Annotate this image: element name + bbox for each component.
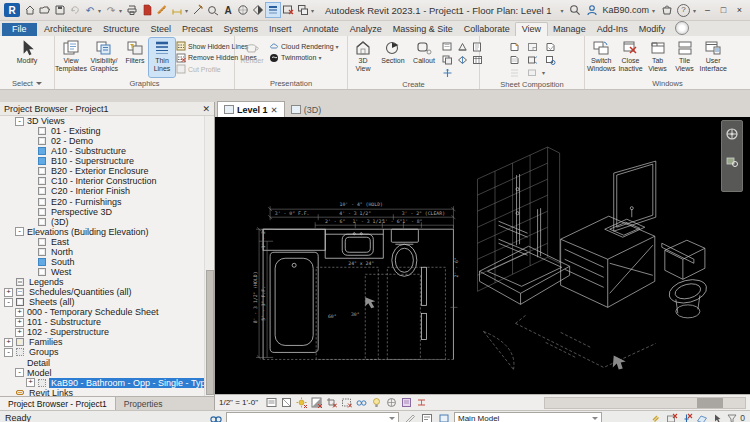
cloud-rendering-button[interactable]: Cloud Rendering▾ bbox=[269, 41, 341, 51]
user-icon[interactable] bbox=[585, 3, 599, 17]
sheet-icon[interactable] bbox=[505, 40, 523, 53]
tree-item[interactable]: 01 - Existing bbox=[0, 126, 214, 136]
matchline-icon[interactable] bbox=[505, 66, 523, 79]
scope-box-icon[interactable] bbox=[440, 66, 455, 79]
tree-item[interactable]: C10 - Interior Construction bbox=[0, 176, 214, 186]
shadows-icon[interactable] bbox=[310, 397, 322, 409]
ribbon-tab-systems[interactable]: Systems bbox=[218, 23, 264, 36]
sync-icon[interactable] bbox=[68, 3, 82, 17]
tree-item[interactable]: East bbox=[0, 237, 214, 247]
filter-icon[interactable] bbox=[725, 412, 738, 422]
viewport-icon[interactable] bbox=[523, 53, 541, 66]
section-icon[interactable] bbox=[251, 3, 265, 17]
tree-item[interactable]: 02 - Demo bbox=[0, 136, 214, 146]
default-3d-view-icon[interactable] bbox=[236, 3, 250, 17]
sheet-composition-more-icon[interactable]: ▾ bbox=[541, 66, 546, 79]
design-option-dropdown[interactable]: Main Model bbox=[454, 412, 602, 422]
editable-only-icon[interactable] bbox=[403, 412, 416, 422]
ribbon-tab-annotate[interactable]: Annotate bbox=[297, 23, 344, 36]
design-options-icon[interactable] bbox=[420, 412, 433, 422]
home-icon[interactable] bbox=[23, 3, 37, 17]
elevation-icon[interactable] bbox=[455, 40, 470, 53]
tab-views-button[interactable]: Tab Views bbox=[645, 38, 671, 77]
view-tab-level-1[interactable]: Level 1✕ bbox=[217, 101, 285, 117]
account-name[interactable]: KaB90.com bbox=[602, 5, 649, 15]
tree-item[interactable]: C20 - Interior Finish bbox=[0, 186, 214, 196]
crop-view-icon[interactable] bbox=[325, 397, 337, 409]
tree-item[interactable]: -Elevations (Building Elevation) bbox=[0, 227, 214, 237]
browser-scrollbar-thumb[interactable] bbox=[206, 270, 214, 395]
temporary-view-properties-icon[interactable] bbox=[400, 397, 412, 409]
callout-button[interactable]: Callout bbox=[409, 38, 439, 79]
tree-expander-icon[interactable]: + bbox=[4, 338, 13, 347]
view-tab-close-icon[interactable]: ✕ bbox=[271, 105, 278, 115]
select-by-face-icon[interactable] bbox=[695, 412, 708, 422]
panel-label-select[interactable]: Select bbox=[0, 77, 54, 89]
tree-expander-icon[interactable]: - bbox=[15, 368, 24, 377]
user-interface-button[interactable]: User Interface bbox=[699, 38, 728, 77]
undo-icon[interactable]: ↶ bbox=[83, 3, 97, 17]
3d-view-button[interactable]: 3D View bbox=[349, 38, 377, 79]
ribbon-tab-precast[interactable]: Precast bbox=[177, 23, 219, 36]
active-design-option-icon[interactable] bbox=[437, 412, 450, 422]
ribbon-tab-insert[interactable]: Insert bbox=[264, 23, 298, 36]
help-icon[interactable]: ? bbox=[677, 4, 690, 17]
drag-on-selection-icon[interactable] bbox=[710, 412, 723, 422]
canvas-horizontal-scrollbar[interactable] bbox=[544, 397, 746, 409]
temporary-hide-isolate-icon[interactable] bbox=[355, 397, 367, 409]
tree-item[interactable]: -Groups bbox=[0, 347, 214, 357]
browser-scrollbar[interactable] bbox=[204, 116, 214, 396]
switch-windows-qat-icon[interactable] bbox=[296, 3, 310, 17]
switch-windows-button[interactable]: Switch Windows bbox=[586, 38, 616, 77]
panel-tab-project-browser-project1[interactable]: Project Browser - Project1 bbox=[0, 397, 116, 410]
tree-item[interactable]: -Sheets (all) bbox=[0, 297, 214, 307]
ribbon-tab-steel[interactable]: Steel bbox=[145, 23, 177, 36]
tree-item[interactable]: +000 - Temporary Schedule Sheet bbox=[0, 307, 214, 317]
guide-grid-icon[interactable] bbox=[505, 53, 523, 66]
tree-item[interactable]: North bbox=[0, 247, 214, 257]
crop-region-visibility-icon[interactable] bbox=[340, 397, 352, 409]
twinmotion-dropdown-icon[interactable]: ▾ bbox=[318, 54, 323, 61]
tree-item[interactable]: +Families bbox=[0, 337, 214, 347]
tree-item[interactable]: +KaB90 - Bathroom - Opp - Single - Type … bbox=[0, 378, 214, 388]
tree-item[interactable]: +101 - Substructure bbox=[0, 317, 214, 327]
search-dropdown-icon[interactable]: ▾ bbox=[560, 7, 565, 14]
close-button[interactable]: × bbox=[733, 5, 746, 15]
worksharing-display-icon[interactable] bbox=[385, 397, 397, 409]
project-browser-header[interactable]: Project Browser - Project1 ✕ bbox=[0, 102, 214, 116]
title-block-icon[interactable] bbox=[523, 40, 541, 53]
worksharing-binoculars-icon[interactable] bbox=[209, 412, 222, 422]
sun-path-icon[interactable] bbox=[295, 397, 307, 409]
revit-logo-icon[interactable]: R bbox=[4, 3, 20, 17]
tree-expander-icon[interactable]: + bbox=[15, 328, 24, 337]
export-pdf-icon[interactable] bbox=[140, 3, 154, 17]
ribbon-tab-massing-site[interactable]: Massing & Site bbox=[387, 23, 458, 36]
canvas-horizontal-scrollbar-thumb[interactable] bbox=[697, 398, 723, 408]
duplicate-view-icon[interactable] bbox=[440, 53, 455, 66]
panel-tab-properties[interactable]: Properties bbox=[116, 397, 171, 410]
view-templates-button[interactable]: View Templates bbox=[56, 38, 86, 77]
tree-expander-icon[interactable]: + bbox=[4, 288, 13, 297]
visual-style-icon[interactable] bbox=[280, 397, 292, 409]
tree-item[interactable]: -Model bbox=[0, 368, 214, 378]
select-pinned-icon[interactable] bbox=[680, 412, 693, 422]
revisions-icon[interactable] bbox=[541, 40, 559, 53]
ribbon-tab-collaborate[interactable]: Collaborate bbox=[458, 23, 515, 36]
detail-level-icon[interactable] bbox=[265, 397, 277, 409]
close-hidden-windows-icon[interactable] bbox=[281, 3, 295, 17]
ribbon-tab-add-ins[interactable]: Add-Ins bbox=[591, 23, 633, 36]
ribbon-tab-architecture[interactable]: Architecture bbox=[39, 23, 98, 36]
save-icon[interactable] bbox=[53, 3, 67, 17]
search-icon[interactable] bbox=[568, 3, 582, 17]
help-dropdown-icon[interactable]: ▾ bbox=[693, 7, 698, 14]
tree-item[interactable]: Revit Links bbox=[0, 388, 214, 396]
select-underlay-icon[interactable] bbox=[665, 412, 678, 422]
tree-expander-icon[interactable]: + bbox=[15, 318, 24, 327]
twinmotion-button[interactable]: Twinmotion▾ bbox=[269, 53, 341, 63]
tree-item[interactable]: +Schedules/Quantities (all) bbox=[0, 287, 214, 297]
thin-lines-button[interactable]: Thin Lines bbox=[149, 38, 175, 77]
worksets-dropdown[interactable] bbox=[226, 412, 399, 422]
measure-icon[interactable] bbox=[155, 3, 169, 17]
project-browser-close-icon[interactable]: ✕ bbox=[202, 104, 210, 114]
tree-item[interactable]: +102 - Superstructure bbox=[0, 327, 214, 337]
